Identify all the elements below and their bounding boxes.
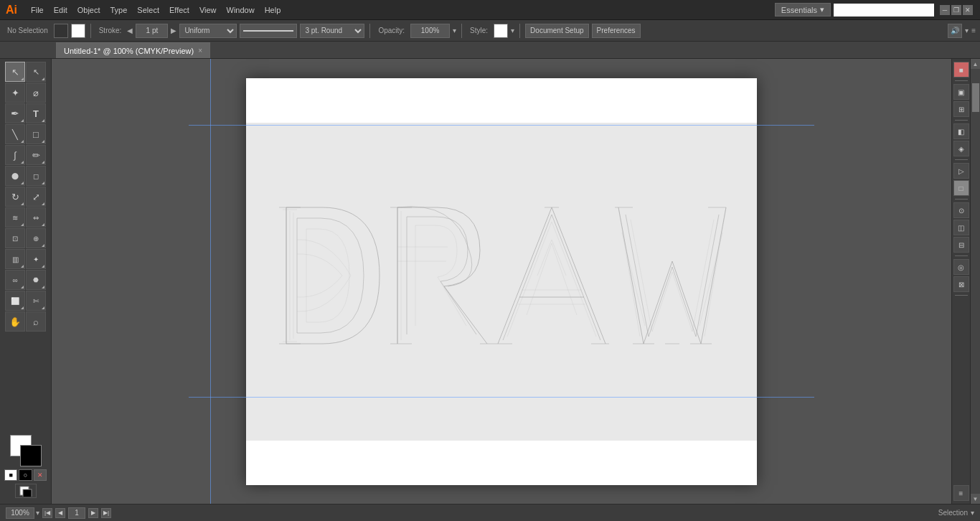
search-input[interactable] [834,4,934,17]
stroke-size-select[interactable]: 3 pt. Round [300,24,364,38]
document-tab[interactable]: Untitled-1* @ 100% (CMYK/Preview) × [56,42,210,58]
opacity-input[interactable] [410,24,450,38]
line-tool[interactable]: ╲ [5,124,25,144]
blob-brush-tool[interactable]: ⬤ [5,166,25,186]
menu-file[interactable]: File [26,3,49,17]
magic-wand-tool[interactable]: ✦ [5,83,25,103]
menu-type[interactable]: Type [105,3,133,17]
style-arrow[interactable]: ▾ [511,27,514,34]
blend-tool[interactable]: ∞ [5,270,25,290]
stroke-swatch[interactable] [71,24,85,38]
stroke-label: Stroke: [96,27,125,34]
color-swatches [10,435,42,466]
vertical-scrollbar[interactable]: ▲ ▼ [970,59,980,504]
rp-btn-10[interactable]: ◎ [953,259,969,275]
symbol-button[interactable] [15,484,37,498]
direct-selection-tool[interactable]: ↖ [26,62,46,82]
slice-tool[interactable]: ✄ [26,291,46,311]
eyedropper-tool[interactable]: ✦ [26,249,46,269]
scroll-track[interactable] [971,69,981,494]
menu-help[interactable]: Help [260,3,286,17]
essentials-button[interactable]: Essentials ▾ [775,3,831,17]
menu-edit[interactable]: Edit [49,3,72,17]
lasso-tool[interactable]: ⌀ [26,83,46,103]
canvas-area[interactable]: .sketch { fill: none; stroke: #aaa; stro… [52,59,951,504]
draw-text-container: .sketch { fill: none; stroke: #aaa; stro… [260,154,743,398]
stroke-value-input[interactable] [136,24,168,38]
menu-view[interactable]: View [194,3,222,17]
live-paint-tool[interactable]: ⬣ [26,270,46,290]
rp-btn-3[interactable]: ◧ [953,123,969,139]
selection-tool[interactable]: ↖ [5,62,25,82]
rp-btn-12[interactable]: ≡ [953,485,969,501]
fill-swatch[interactable] [54,24,68,38]
menu-select[interactable]: Select [132,3,164,17]
stroke-type-select[interactable]: Uniform [179,24,237,38]
ai-logo: Ai [3,4,20,17]
next-page-button[interactable]: ▶ [88,508,98,518]
zoom-tool[interactable]: ⌕ [26,311,46,332]
menu-window[interactable]: Window [222,3,260,17]
stroke-down-arrow[interactable]: ◀ [127,27,133,34]
page-number-input[interactable] [68,507,85,519]
scroll-down-arrow[interactable]: ▼ [971,494,981,504]
fill-mode-button[interactable]: ■ [4,469,17,481]
stroke-color-swatch[interactable] [20,445,42,466]
artboard-container: .sketch { fill: none; stroke: #aaa; stro… [52,59,951,504]
rp-btn-11[interactable]: ⊠ [953,276,969,292]
last-page-button[interactable]: ▶| [101,508,111,518]
style-swatch[interactable] [494,24,508,38]
tab-close-button[interactable]: × [198,47,202,55]
rp-btn-5[interactable]: ▷ [953,163,969,179]
opacity-arrow[interactable]: ▾ [453,27,456,34]
eraser-tool[interactable]: ◻ [26,166,46,186]
preferences-button[interactable]: Preferences [592,24,641,38]
pencil-tool[interactable]: ✏ [26,145,46,165]
restore-button[interactable]: ❐ [951,5,961,15]
stroke-mode-button[interactable]: ○ [19,469,32,481]
prev-page-button[interactable]: ◀ [55,508,65,518]
shape-builder-tool[interactable]: ⊕ [26,228,46,248]
close-button[interactable]: ✕ [963,5,973,15]
type-tool[interactable]: T [26,103,46,123]
speaker-button[interactable]: 🔊 [948,24,962,38]
hand-tool[interactable]: ✋ [5,311,25,332]
width-tool[interactable]: ⇔ [26,207,46,227]
rp-btn-8[interactable]: ◫ [953,220,969,235]
free-transform-tool[interactable]: ⊡ [5,228,25,248]
gradient-tool[interactable]: ▥ [5,249,25,269]
none-mode-button[interactable]: ✕ [34,469,47,481]
rp-btn-2[interactable]: ⊞ [953,101,969,117]
rp-btn-6[interactable]: □ [953,180,969,196]
guide-horizontal-top [189,125,814,126]
zoom-input[interactable] [6,507,34,519]
scale-tool[interactable]: ⤢ [26,187,46,207]
first-page-button[interactable]: |◀ [42,508,52,518]
document-setup-button[interactable]: Document Setup [525,24,589,38]
status-arrow[interactable]: ▾ [971,509,974,517]
menu-effect[interactable]: Effect [164,3,194,17]
artboard-tool[interactable]: ⬜ [5,291,25,311]
rp-btn-9[interactable]: ⊟ [953,237,969,253]
rp-color-button[interactable]: ■ [953,62,969,78]
rect-tool[interactable]: □ [26,124,46,144]
artboard: .sketch { fill: none; stroke: #aaa; stro… [246,78,757,485]
rp-separator-4 [955,199,968,200]
color-mode-row: ■ ○ ✕ [4,469,47,481]
tool-row-11: ∞ ⬣ [1,270,50,290]
rp-btn-1[interactable]: ▣ [953,84,969,100]
scroll-up-arrow[interactable]: ▲ [971,59,981,69]
rotate-tool[interactable]: ↻ [5,187,25,207]
toolbar-extra[interactable]: ≡ [971,24,976,38]
rp-btn-4[interactable]: ◈ [953,141,969,156]
options-arrow[interactable]: ▾ [965,24,969,38]
stroke-up-arrow[interactable]: ▶ [171,27,176,34]
menu-object[interactable]: Object [72,3,105,17]
paintbrush-tool[interactable]: ∫ [5,145,25,165]
zoom-arrow[interactable]: ▾ [36,509,39,517]
pen-tool[interactable]: ✒ [5,103,25,123]
minimize-button[interactable]: ─ [940,5,950,15]
warp-tool[interactable]: ≋ [5,207,25,227]
scroll-thumb[interactable] [972,83,979,112]
rp-btn-7[interactable]: ⊙ [953,202,969,218]
